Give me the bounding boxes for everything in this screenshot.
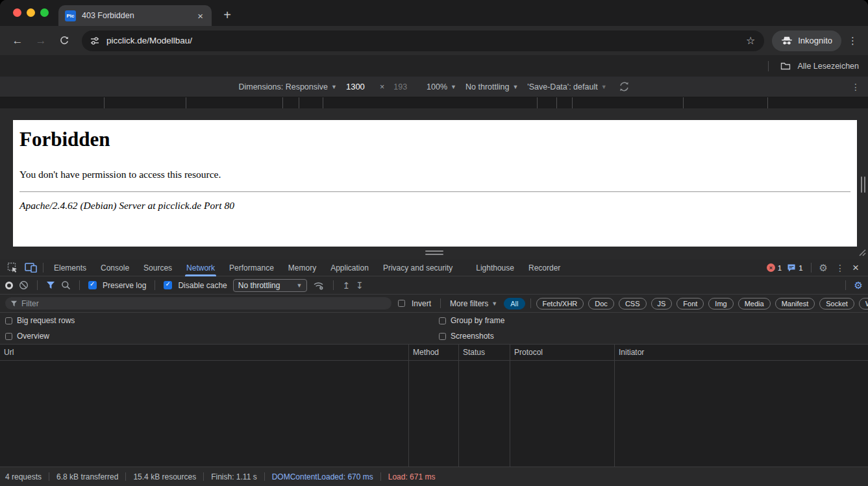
preserve-log-label[interactable]: Preserve log xyxy=(103,281,146,290)
chip-manifest[interactable]: Manifest xyxy=(775,298,815,310)
site-favicon: Pic xyxy=(65,10,76,21)
tab-console[interactable]: Console xyxy=(94,260,136,276)
inspect-element-icon[interactable] xyxy=(4,261,21,275)
filter-toggle-icon[interactable] xyxy=(46,281,55,289)
disable-cache-label[interactable]: Disable cache xyxy=(178,281,227,290)
column-header-method[interactable]: Method xyxy=(409,345,459,360)
device-toolbar-menu-icon[interactable]: ⋮ xyxy=(851,82,860,92)
window-controls xyxy=(13,8,49,17)
save-data-dropdown[interactable]: 'Save-Data': default▼ xyxy=(527,82,606,91)
chevron-down-icon: ▼ xyxy=(296,282,302,289)
requests-table-body xyxy=(0,361,868,467)
chip-doc[interactable]: Doc xyxy=(588,298,614,310)
dimensions-dropdown[interactable]: Dimensions: Responsive▼ xyxy=(238,82,336,91)
chip-img[interactable]: Img xyxy=(708,298,733,310)
browser-toolbar: ← → picclick.de/Modellbau/ ☆ Inkognito ⋮ xyxy=(0,26,868,55)
bookmark-star-icon[interactable]: ☆ xyxy=(746,34,756,47)
column-header-url[interactable]: Url xyxy=(0,345,409,360)
chip-wasm[interactable]: Wasm xyxy=(859,298,868,310)
tab-sources[interactable]: Sources xyxy=(137,260,179,276)
viewport-resize-handle-corner[interactable] xyxy=(857,247,867,257)
url-text[interactable]: picclick.de/Modellbau/ xyxy=(106,36,739,45)
devtools-menu-icon[interactable]: ⋮ xyxy=(833,263,847,273)
issues-badge[interactable]: 1 xyxy=(787,263,802,273)
rotate-viewport-icon[interactable] xyxy=(619,81,630,92)
chip-js[interactable]: JS xyxy=(651,298,673,310)
reload-icon[interactable] xyxy=(55,31,74,51)
page-heading: Forbidden xyxy=(19,128,850,151)
disable-cache-checkbox[interactable] xyxy=(164,281,172,289)
overview-option[interactable]: Overview xyxy=(5,332,49,341)
viewport-resize-handle-right[interactable] xyxy=(861,176,865,193)
screenshots-checkbox[interactable] xyxy=(439,333,446,340)
record-network-log-icon[interactable] xyxy=(5,282,13,289)
zoom-dropdown[interactable]: 100%▼ xyxy=(427,82,456,91)
tab-strip: Pic 403 Forbidden × + xyxy=(0,0,868,26)
tab-memory[interactable]: Memory xyxy=(282,260,323,276)
throttling-dropdown[interactable]: No throttling▼ xyxy=(465,82,518,91)
clear-network-log-icon[interactable] xyxy=(19,280,29,290)
network-settings-icon[interactable]: ⚙ xyxy=(854,280,863,290)
browser-tab[interactable]: Pic 403 Forbidden × xyxy=(58,5,212,26)
group-by-frame-option[interactable]: Group by frame xyxy=(439,316,504,325)
device-toolbar-toggle-icon[interactable] xyxy=(22,261,39,275)
tab-application[interactable]: Application xyxy=(324,260,375,276)
chevron-down-icon: ▼ xyxy=(491,300,497,307)
import-har-icon[interactable]: ↥ xyxy=(342,281,350,290)
filter-input[interactable] xyxy=(21,299,386,308)
table-column-protocol xyxy=(510,361,615,467)
overview-checkbox[interactable] xyxy=(5,333,12,340)
new-tab-button[interactable]: + xyxy=(218,6,236,24)
chevron-down-icon: ▼ xyxy=(512,84,518,90)
dimensions-separator: × xyxy=(380,82,384,91)
back-icon[interactable]: ← xyxy=(8,31,27,51)
viewport-resize-handle-bottom[interactable] xyxy=(425,250,443,255)
group-by-frame-checkbox[interactable] xyxy=(439,317,446,324)
tab-network[interactable]: Network xyxy=(180,260,221,276)
tab-performance[interactable]: Performance xyxy=(223,260,280,276)
big-request-rows-checkbox[interactable] xyxy=(5,317,12,324)
column-header-initiator[interactable]: Initiator xyxy=(615,345,868,360)
column-header-protocol[interactable]: Protocol xyxy=(510,345,615,360)
tab-title: 403 Forbidden xyxy=(82,11,190,20)
chip-fetch-xhr[interactable]: Fetch/XHR xyxy=(536,298,584,310)
error-icon: × xyxy=(767,263,775,272)
devtools-settings-icon[interactable]: ⚙ xyxy=(819,263,828,273)
address-bar[interactable]: picclick.de/Modellbau/ ☆ xyxy=(82,30,764,51)
more-filters-dropdown[interactable]: More filters ▼ xyxy=(450,299,497,308)
minimize-window-button[interactable] xyxy=(27,8,35,17)
close-window-button[interactable] xyxy=(13,8,21,17)
tab-close-icon[interactable]: × xyxy=(195,10,205,21)
search-icon[interactable] xyxy=(61,280,71,290)
maximize-window-button[interactable] xyxy=(40,8,49,17)
network-filter-row: Invert More filters ▼ All Fetch/XHR Doc … xyxy=(0,295,868,313)
requests-table-header: Url Method Status Protocol Initiator xyxy=(0,345,868,361)
browser-menu-icon[interactable]: ⋮ xyxy=(845,35,860,47)
preserve-log-checkbox[interactable] xyxy=(88,281,97,289)
invert-checkbox[interactable] xyxy=(398,300,405,307)
chip-css[interactable]: CSS xyxy=(619,298,647,310)
chip-font[interactable]: Font xyxy=(676,298,704,310)
invert-label[interactable]: Invert xyxy=(412,299,431,308)
chip-media[interactable]: Media xyxy=(738,298,771,310)
chip-all[interactable]: All xyxy=(504,298,525,310)
chip-socket[interactable]: Socket xyxy=(819,298,854,310)
tab-privacy-and-security[interactable]: Privacy and security xyxy=(377,260,459,276)
viewport-width-field[interactable] xyxy=(346,82,371,91)
site-settings-icon[interactable] xyxy=(90,36,100,46)
export-har-icon[interactable]: ↧ xyxy=(356,281,364,290)
column-header-status[interactable]: Status xyxy=(459,345,510,360)
throttling-select[interactable]: No throttling ▼ xyxy=(233,279,308,292)
network-toolbar: Preserve log Disable cache No throttling… xyxy=(0,276,868,295)
all-bookmarks-button[interactable]: Alle Lesezeichen xyxy=(797,62,859,71)
tab-lighthouse[interactable]: Lighthouse xyxy=(469,260,521,276)
tab-recorder[interactable]: Recorder xyxy=(522,260,567,276)
resources-size: 15.4 kB resources xyxy=(133,472,196,481)
tab-elements[interactable]: Elements xyxy=(47,260,93,276)
viewport-height-field[interactable]: 193 xyxy=(393,82,407,91)
devtools-close-icon[interactable]: × xyxy=(852,262,859,273)
network-conditions-icon[interactable] xyxy=(313,280,325,290)
console-errors-badge[interactable]: × 1 xyxy=(767,263,782,272)
big-request-rows-option[interactable]: Big request rows xyxy=(5,316,75,325)
screenshots-option[interactable]: Screenshots xyxy=(439,332,494,341)
